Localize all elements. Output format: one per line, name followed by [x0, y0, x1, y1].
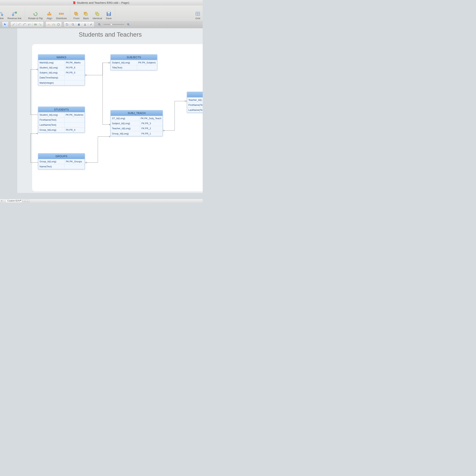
layout-option-3[interactable]: [27, 200, 30, 202]
stepper-down-icon[interactable]: [20, 201, 21, 201]
distribute-icon: [59, 12, 64, 16]
shape-polygon-button[interactable]: [56, 22, 61, 27]
arc-icon: [18, 23, 21, 26]
reverse-link-button[interactable]: Reverse link: [7, 12, 22, 20]
entity-row[interactable]: Group_Id(Long)FK:FR_1: [111, 131, 163, 136]
entity-marks[interactable]: MARKS MarkId(Long)PK:PK_Marks Student_Id…: [38, 54, 85, 85]
zoom-tool-button[interactable]: [71, 22, 75, 27]
entity-row[interactable]: Group_Id(Long)PK:PK_Groups: [38, 159, 85, 164]
save-button[interactable]: Save: [105, 12, 112, 20]
zoom-control: [97, 22, 131, 27]
line-tool-button[interactable]: [11, 22, 16, 27]
entity-row[interactable]: LastName(Te: [187, 107, 203, 113]
entity-row[interactable]: Teacher_Id(Long)FK:FR_2: [111, 126, 163, 131]
svg-rect-22: [34, 24, 35, 25]
svg-point-29: [72, 23, 74, 25]
entity-row[interactable]: Date(TimeStamp): [38, 75, 85, 80]
status-left-arrow-icon[interactable]: [1, 200, 2, 202]
diagram-canvas: MARKS MarkId(Long)PK:PK_Marks Student_Id…: [17, 28, 203, 193]
page-area[interactable]: Students and Teachers: [17, 28, 203, 193]
entity-row[interactable]: Subject_Id(Long)FK:FR_5: [38, 70, 85, 75]
entity-row[interactable]: Student_Id(Long)PK:PK_Students: [38, 112, 85, 117]
svg-rect-9: [75, 12, 77, 15]
entity-subjects[interactable]: SUBJECTS Subject_Id(Long)PK:PK_Subjects …: [110, 54, 157, 70]
zoom-value: Custom 61%: [7, 200, 20, 202]
svg-marker-28: [57, 23, 60, 26]
zoom-in-button[interactable]: [126, 22, 131, 27]
svg-rect-3: [12, 14, 14, 16]
distribute-button[interactable]: Distribute: [56, 12, 67, 20]
svg-line-39: [129, 25, 129, 25]
svg-line-18: [13, 23, 15, 26]
entity-row[interactable]: FirstName(Te: [187, 102, 203, 107]
shape-tool-box: [46, 22, 62, 27]
svg-point-21: [30, 24, 31, 25]
entity-header: SUBJ_TEACH: [111, 110, 163, 116]
entity-teachers[interactable]: T Teacher_Id(L FirstName(Te LastName(Te: [187, 92, 203, 113]
entity-header: STUDENTS: [38, 107, 85, 112]
zoom-slider[interactable]: [103, 24, 124, 25]
svg-rect-4: [48, 14, 51, 15]
refresh-icon: [66, 23, 68, 26]
grid-button[interactable]: Grid: [195, 12, 201, 20]
layout-option-1[interactable]: [22, 200, 25, 202]
align-icon: [47, 12, 52, 16]
entity-row[interactable]: ST_Id(Long)PK:PK_Subj_Teach: [111, 116, 163, 121]
entity-row[interactable]: Teacher_Id(L: [187, 97, 203, 102]
refresh-button[interactable]: [65, 22, 69, 27]
zoom-out-button[interactable]: [97, 22, 102, 27]
grid-icon: [195, 12, 200, 16]
entity-header: MARKS: [38, 54, 85, 60]
entity-groups[interactable]: GROUPS Group_Id(Long)PK:PK_Groups Name(T…: [38, 153, 85, 170]
svg-rect-6: [61, 13, 62, 15]
entity-row[interactable]: Subject_Id(Long)PK:PK_Subjects: [111, 60, 157, 65]
svg-rect-15: [107, 12, 110, 14]
front-button[interactable]: Front: [73, 12, 80, 20]
distribute-h-icon: [34, 23, 37, 26]
entity-header: SUBJECTS: [111, 54, 157, 60]
entity-row[interactable]: LastName(Text): [38, 122, 85, 127]
entity-row[interactable]: Mark(Integer): [38, 80, 85, 85]
svg-line-35: [100, 25, 101, 25]
svg-rect-31: [85, 23, 85, 25]
arrow-tool-button[interactable]: [3, 22, 8, 27]
entity-students[interactable]: STUDENTS Student_Id(Long)PK:PK_Students …: [38, 107, 85, 133]
layout-switcher[interactable]: [22, 200, 30, 202]
back-button[interactable]: Back: [83, 12, 89, 20]
entity-row[interactable]: Name(Text): [38, 164, 85, 169]
stamp-tool-button[interactable]: [83, 22, 87, 27]
entity-row[interactable]: Title(Text): [111, 65, 157, 70]
shape-bezier-button[interactable]: [51, 22, 56, 27]
zoom-in-icon: [127, 23, 130, 26]
pan-tool-button[interactable]: [77, 22, 82, 27]
identical-button[interactable]: Identical: [92, 12, 103, 20]
entity-row[interactable]: MarkId(Long)PK:PK_Marks: [38, 60, 85, 65]
arc-tool-button[interactable]: [17, 22, 22, 27]
entity-row[interactable]: Subject_Id(Long)FK:FR_3: [111, 121, 163, 126]
connector-tool-box: [10, 22, 44, 27]
svg-rect-23: [35, 24, 36, 25]
entity-row[interactable]: FirstName(Text): [38, 117, 85, 122]
view-tool-box: [64, 22, 94, 27]
elbow-tool-button[interactable]: [22, 22, 27, 27]
zoom-stepper[interactable]: Custom 61%: [6, 199, 22, 202]
entity-subj-teach[interactable]: SUBJ_TEACH ST_Id(Long)PK:PK_Subj_Teach S…: [110, 110, 163, 136]
smart-conn-icon: [28, 23, 31, 26]
zoom-slider-knob[interactable]: [110, 23, 113, 26]
link-button[interactable]: e link: [0, 12, 4, 20]
entity-row[interactable]: Student_Id(Long)FK:FR_6: [38, 65, 85, 70]
status-bar: Custom 61%: [0, 199, 203, 203]
stepper-up-icon[interactable]: [20, 200, 21, 200]
svg-point-27: [54, 25, 55, 26]
eyedropper-tool-button[interactable]: [89, 22, 93, 27]
svg-point-25: [40, 24, 41, 25]
layout-option-2[interactable]: [25, 200, 27, 202]
connector-split-button[interactable]: [38, 22, 43, 27]
shape-arc-button[interactable]: [47, 22, 51, 27]
link-icon: [0, 12, 3, 16]
entity-row[interactable]: Group_Id(Long)FK:FR_4: [38, 128, 85, 133]
smart-conn-tool-button[interactable]: [27, 22, 32, 27]
align-button[interactable]: Align: [46, 12, 53, 20]
distribute-h-button[interactable]: [33, 22, 38, 27]
rotate-flip-button[interactable]: Rotate & Flip: [28, 12, 43, 20]
